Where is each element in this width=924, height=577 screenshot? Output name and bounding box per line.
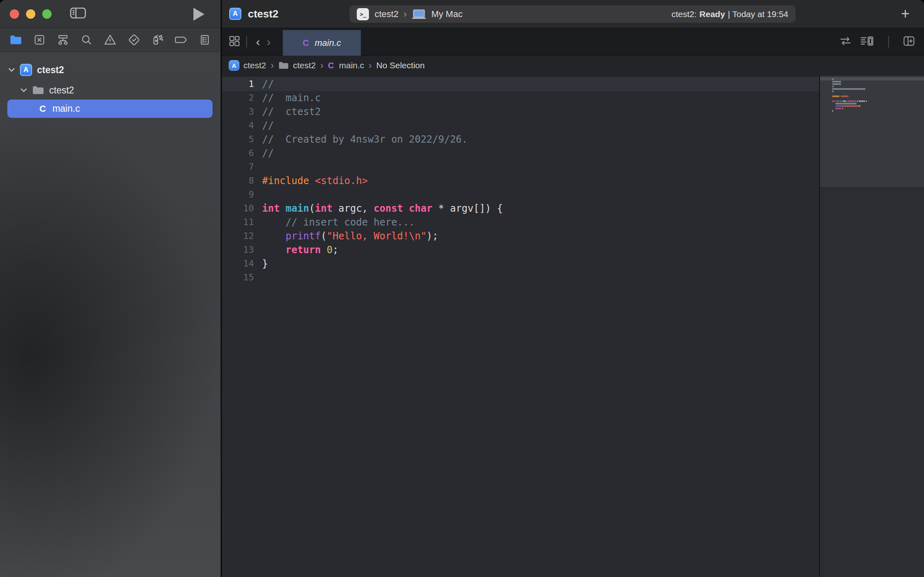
code-line[interactable]: 6// [222, 146, 819, 160]
minimap-options-icon[interactable] [860, 35, 874, 48]
run-destination-selector[interactable]: My Mac [431, 9, 462, 20]
tab-overview-icon[interactable] [228, 35, 241, 49]
add-editor-icon[interactable] [903, 35, 915, 48]
go-back-icon[interactable] [256, 35, 260, 49]
tree-item-label: main.c [52, 103, 80, 114]
code-line[interactable]: 15 [222, 271, 819, 284]
code-text: // ctest2 [262, 105, 321, 119]
tab-main-c[interactable]: C main.c [283, 30, 361, 56]
chevron-right-icon [271, 60, 274, 71]
status-project-label: ctest2: [671, 9, 696, 19]
code-text: int main(int argc, const char * argv[]) … [262, 202, 503, 215]
jumpbar-group[interactable]: ctest2 [293, 61, 316, 70]
line-number: 10 [222, 202, 254, 215]
disclosure-chevron-icon[interactable] [20, 88, 27, 93]
line-number: 14 [222, 257, 254, 271]
code-text: } [262, 257, 268, 271]
status-state-label: Ready [699, 9, 725, 19]
minimap-row [835, 105, 922, 107]
issue-navigator-icon[interactable] [103, 33, 117, 47]
line-number: 9 [222, 188, 254, 202]
run-button[interactable] [193, 8, 204, 21]
symbol-navigator-icon[interactable] [56, 33, 70, 47]
code-line[interactable]: 4// [222, 119, 819, 132]
code-line[interactable]: 5// Created by 4nsw3r on 2022/9/26. [222, 132, 819, 146]
toolbar-project-title: A ctest2 [229, 8, 278, 20]
chevron-right-icon [369, 60, 372, 71]
code-line[interactable]: 9 [222, 188, 819, 202]
minimap-content [832, 78, 922, 113]
source-editor[interactable]: 1//2// main.c3// ctest24//5// Created by… [222, 76, 819, 577]
jumpbar-selection[interactable]: No Selection [376, 61, 425, 70]
changes-navigator-icon[interactable] [33, 33, 46, 47]
debug-navigator-icon[interactable] [151, 33, 165, 47]
minimap-row [832, 91, 922, 92]
terminal-app-icon[interactable] [357, 8, 369, 20]
code-text: printf("Hello, World!\n"); [262, 229, 438, 243]
tab-label: main.c [315, 38, 341, 48]
code-line[interactable]: 3// ctest2 [222, 105, 819, 119]
scheme-selector[interactable]: ctest2 [375, 9, 399, 20]
navigator-tab-strip [0, 28, 221, 52]
line-number: 3 [222, 105, 254, 119]
close-button[interactable] [10, 9, 19, 19]
code-line[interactable]: 2// main.c [222, 91, 819, 105]
code-line[interactable]: 10int main(int argc, const char * argv[]… [222, 202, 819, 215]
test-navigator-icon[interactable] [127, 33, 141, 47]
report-navigator-icon[interactable] [198, 33, 212, 47]
line-number: 1 [222, 77, 254, 91]
minimap-row [832, 95, 922, 97]
disclosure-chevron-icon[interactable] [8, 67, 15, 72]
code-text: // main.c [262, 91, 321, 105]
go-forward-icon[interactable] [267, 35, 271, 49]
code-line[interactable]: 1// [222, 77, 819, 91]
adjust-editor-icon[interactable] [839, 36, 852, 48]
toolbar: A ctest2 ctest2 My Mac ctest2: Ready | T… [222, 0, 924, 28]
tree-item-label: ctest2 [37, 65, 64, 76]
line-number: 12 [222, 229, 254, 243]
line-number: 2 [222, 91, 254, 105]
minimap-row [832, 83, 922, 85]
separator [888, 36, 889, 48]
code-text: // [262, 119, 274, 132]
minimize-button[interactable] [26, 9, 35, 19]
code-line[interactable]: 13 return 0; [222, 243, 819, 257]
code-line[interactable]: 11 // insert code here... [222, 215, 819, 229]
tree-item-label: ctest2 [49, 85, 74, 96]
code-line[interactable]: 14} [222, 257, 819, 271]
code-line[interactable]: 7 [222, 160, 819, 174]
line-number: 7 [222, 160, 254, 174]
sidebar-toolbar [0, 0, 221, 28]
minimap-row [832, 88, 922, 90]
code-line[interactable]: 8#include <stdio.h> [222, 174, 819, 188]
zoom-button[interactable] [42, 9, 52, 19]
jump-bar: A ctest2 ctest2 C main.c No Selection [222, 56, 924, 76]
line-number: 4 [222, 119, 254, 132]
find-navigator-icon[interactable] [80, 33, 93, 47]
breakpoint-navigator-icon[interactable] [174, 33, 188, 47]
separator [246, 36, 247, 48]
tree-item-file-selected[interactable]: C main.c [7, 100, 213, 118]
chevron-right-icon [320, 60, 323, 71]
tree-item-project[interactable]: A ctest2 [8, 63, 64, 77]
line-number: 8 [222, 174, 254, 188]
tab-bar: C main.c [222, 28, 924, 56]
project-navigator-icon[interactable] [9, 33, 23, 47]
toggle-sidebar-icon[interactable] [69, 6, 87, 22]
minimap[interactable] [820, 76, 924, 577]
folder-icon [278, 61, 289, 70]
editor-pane: A ctest2 ctest2 My Mac ctest2: Ready | T… [222, 0, 924, 577]
library-add-button[interactable] [897, 6, 913, 22]
traffic-lights [10, 9, 52, 19]
activity-status[interactable]: ctest2: Ready | Today at 19:54 [671, 9, 788, 19]
line-number: 6 [222, 146, 254, 160]
c-file-icon: C [39, 104, 46, 114]
line-number: 15 [222, 271, 254, 284]
status-time-label: | Today at 19:54 [728, 9, 788, 19]
tree-item-group[interactable]: ctest2 [20, 83, 74, 98]
jumpbar-file[interactable]: main.c [339, 61, 364, 70]
code-text: // insert code here... [262, 215, 415, 229]
jumpbar-project[interactable]: ctest2 [243, 61, 266, 70]
xcode-project-icon: A [229, 60, 239, 71]
code-line[interactable]: 12 printf("Hello, World!\n"); [222, 229, 819, 243]
